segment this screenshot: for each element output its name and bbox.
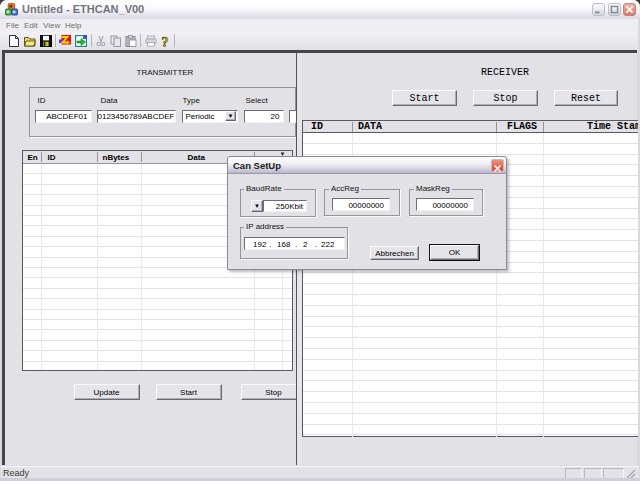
svg-text:?: ? <box>162 35 169 47</box>
